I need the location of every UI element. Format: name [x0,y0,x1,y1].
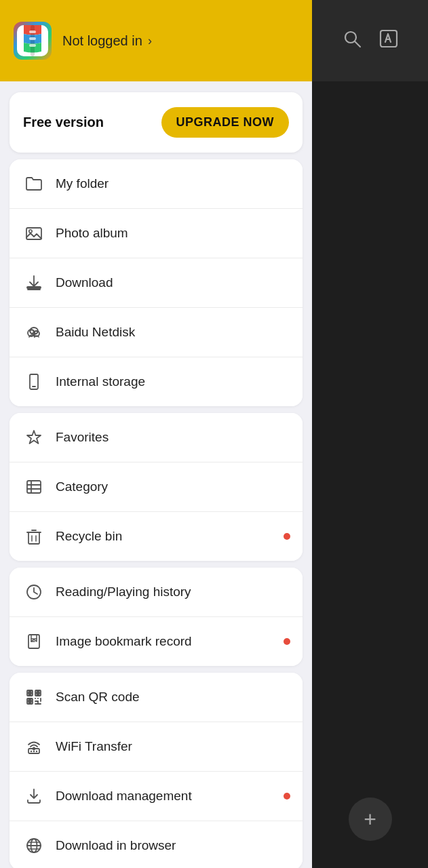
svg-rect-18 [27,481,41,493]
app-logo [14,22,52,60]
cloud-icon [22,320,46,344]
header: Not logged in › [0,0,312,81]
globe-icon [22,833,46,858]
wifi-icon [22,734,46,759]
sidebar-item-download[interactable]: Download [9,258,303,308]
upgrade-card: Free version UPGRADE NOW [9,92,303,153]
download-icon [22,271,46,295]
image-bookmark-label: Image bookmark record [56,634,192,649]
top-right-panel [312,0,428,81]
svg-rect-28 [28,692,31,694]
sidebar-item-wifi-transfer[interactable]: WiFi Transfer [9,722,303,772]
sidebar-item-baidu-netdisk[interactable]: Baidu Netdisk [9,308,303,357]
internal-storage-label: Internal storage [56,374,145,389]
svg-rect-30 [28,700,31,703]
bookmark-icon [22,629,46,654]
sidebar-item-image-bookmark[interactable]: Image bookmark record [9,617,303,666]
svg-rect-8 [26,228,41,239]
clock-icon [22,580,46,604]
sidebar-item-recycle-bin[interactable]: Recycle bin [9,512,303,561]
star-icon [22,425,46,450]
download-management-label: Download management [56,789,192,804]
trash-icon [22,524,46,549]
search-icon[interactable] [342,28,362,54]
svg-point-15 [35,331,37,334]
right-dark-panel: + [312,81,428,868]
menu-group-4: Scan QR code WiFi Transfer [9,673,303,868]
svg-line-6 [355,41,360,47]
upgrade-button[interactable]: UPGRADE NOW [161,107,290,138]
free-version-label: Free version [23,115,104,130]
photo-album-label: Photo album [56,226,128,241]
sidebar-item-scan-qr[interactable]: Scan QR code [9,673,303,722]
qr-icon [22,685,46,709]
sidebar: Free version UPGRADE NOW My folder Photo [0,81,312,868]
svg-rect-1 [31,25,35,56]
menu-group-1: My folder Photo album [9,159,303,406]
folder-icon [22,172,46,196]
svg-point-38 [33,748,35,750]
download-label: Download [56,275,113,290]
sidebar-item-favorites[interactable]: Favorites [9,413,303,462]
download-management-icon [22,784,46,808]
sidebar-item-photo-album[interactable]: Photo album [9,209,303,258]
edit-icon[interactable] [378,28,399,54]
sidebar-item-download-browser[interactable]: Download in browser [9,821,303,868]
phone-icon [22,370,46,394]
favorites-label: Favorites [56,430,109,445]
download-browser-label: Download in browser [56,838,176,853]
reading-history-label: Reading/Playing history [56,585,191,599]
svg-rect-19 [28,532,39,544]
chevron-icon: › [148,34,152,48]
sidebar-item-reading-history[interactable]: Reading/Playing history [9,568,303,617]
my-folder-label: My folder [56,176,109,191]
svg-rect-29 [37,692,39,694]
not-logged-in-label: Not logged in [62,33,142,49]
svg-point-14 [31,330,34,334]
category-icon [22,475,46,499]
svg-rect-3 [29,37,36,40]
svg-rect-4 [29,44,36,47]
sidebar-item-my-folder[interactable]: My folder [9,159,303,209]
svg-rect-2 [29,31,36,33]
menu-group-3: Reading/Playing history Image bookmark r… [9,568,303,666]
recycle-bin-label: Recycle bin [56,529,122,544]
recycle-bin-notification-dot [284,533,290,540]
photo-icon [22,221,46,245]
image-bookmark-notification-dot [284,638,290,645]
download-management-notification-dot [284,793,290,800]
sidebar-item-category[interactable]: Category [9,462,303,512]
baidu-netdisk-label: Baidu Netdisk [56,325,135,340]
sidebar-item-internal-storage[interactable]: Internal storage [9,357,303,406]
user-info[interactable]: Not logged in › [62,33,152,49]
wifi-transfer-label: WiFi Transfer [56,739,132,754]
scan-qr-label: Scan QR code [56,690,140,705]
menu-group-2: Favorites Category [9,413,303,561]
sidebar-item-download-management[interactable]: Download management [9,772,303,821]
category-label: Category [56,479,108,494]
fab-add-button[interactable]: + [349,797,392,841]
svg-point-9 [29,230,32,233]
